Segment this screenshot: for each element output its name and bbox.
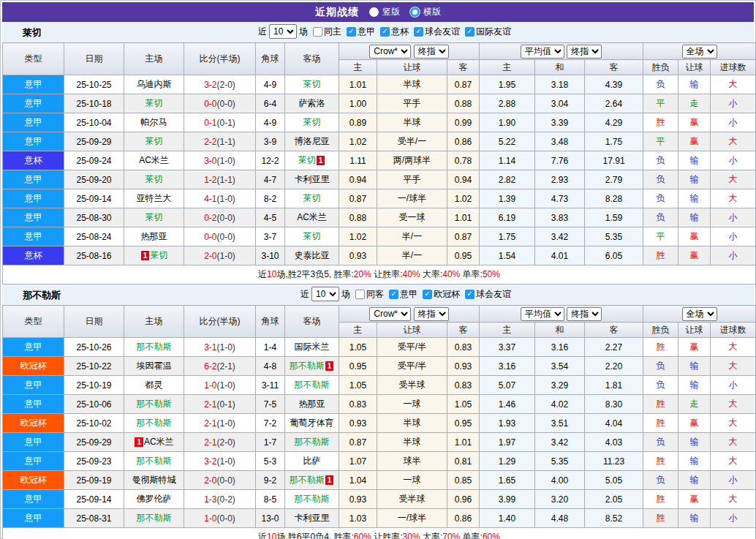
full-time-score: 2-1 <box>204 418 216 429</box>
checkbox-icon[interactable] <box>313 27 322 37</box>
competition-filter-欧冠杯[interactable]: ✓欧冠杯 <box>417 288 460 301</box>
odds-away-cell: 1.01 <box>447 433 480 452</box>
team-name: 莱切 <box>145 98 163 108</box>
team-title: 莱切 <box>23 26 42 39</box>
avg-away-cell: 4.04 <box>585 414 643 433</box>
odds-source-select[interactable]: Crow* <box>369 45 411 59</box>
team-name: AC米兰 <box>144 437 174 447</box>
avg-home-cell: 1.54 <box>480 246 535 265</box>
result-handicap-cell: 输 <box>678 357 711 376</box>
team-name: 莱切 <box>145 174 163 184</box>
result-handicap-cell: 赢 <box>678 227 711 246</box>
odds-home-cell: 1.02 <box>339 227 377 246</box>
score-cell: 6-2(2-1) <box>184 357 256 376</box>
away-team-cell: 博洛尼亚 <box>285 132 339 151</box>
competition-filters: ✓意甲✓欧冠杯✓球会友谊 <box>384 288 511 301</box>
summary-segment: 40% <box>403 269 420 279</box>
full-time-score: 1-3 <box>204 494 216 505</box>
competition-filter-球会友谊[interactable]: ✓球会友谊 <box>409 26 460 38</box>
half-time-score: (1-1) <box>217 175 235 185</box>
odds-home-cell: 0.87 <box>339 189 377 208</box>
results-table: 类型 日期 主场 比分(半场) 角球 客场 Crow* 终指 平均值 终指 <box>2 42 756 284</box>
competition-type-cell: 意甲 <box>3 113 64 132</box>
odds-handicap-cell: 平手 <box>377 170 447 189</box>
checkbox-icon[interactable]: ✓ <box>465 27 475 37</box>
home-team-cell: 莱切 <box>124 170 184 189</box>
radio-unselected-icon[interactable] <box>410 7 420 17</box>
result-wdl-cell: 负 <box>643 433 678 452</box>
competition-type-cell: 意甲 <box>3 189 64 208</box>
odds-time-select[interactable]: 终指 <box>414 307 449 321</box>
avg-away-cell: 1.59 <box>585 208 643 227</box>
checkbox-icon[interactable]: ✓ <box>465 290 475 299</box>
team-name: 莱切 <box>145 212 163 222</box>
avg-source-select[interactable]: 平均值 <box>521 45 564 59</box>
odds-handicap-cell: 球半 <box>377 452 447 471</box>
scope-select[interactable]: 全场 <box>682 307 717 321</box>
away-team-cell: 那不勒斯 <box>285 376 339 395</box>
filters: 近 10 场 同主 ✓意甲✓意杯✓球会友谊✓国际友谊 <box>258 24 511 39</box>
competition-filter-意甲[interactable]: ✓意甲 <box>384 288 417 301</box>
score-cell: 0-2(0-0) <box>184 208 256 227</box>
result-wdl-cell: 负 <box>643 208 678 227</box>
match-count-select[interactable]: 10 <box>269 24 297 39</box>
competition-type-cell: 意甲 <box>3 208 64 227</box>
avg-away-cell: 1.75 <box>585 132 643 151</box>
avg-away-cell: 2.64 <box>585 94 643 113</box>
corner-cell: 4-8 <box>256 357 285 376</box>
scope-group-header: 全场 <box>643 43 756 60</box>
col-score: 比分(半场) <box>184 306 256 338</box>
match-rows: 意甲25-10-26那不勒斯3-1(1-0)1-4国际米兰1.05受平/半0.8… <box>3 338 756 528</box>
avg-time-select[interactable]: 终指 <box>567 45 602 59</box>
avg-draw-cell: 4.02 <box>535 395 585 414</box>
match-row: 欧冠杯25-10-02那不勒斯2-1(1-0)7-2葡萄牙体育0.93半球0.9… <box>3 414 756 433</box>
match-row: 意甲25-10-06那不勒斯2-1(0-1)7-5热那亚0.83一球1.051.… <box>3 395 756 414</box>
competition-label: 意甲 <box>400 288 417 301</box>
avg-away-cell: 5.35 <box>585 227 643 246</box>
competition-filter-意杯[interactable]: ✓意杯 <box>375 26 409 38</box>
competition-filter-球会友谊[interactable]: ✓球会友谊 <box>460 288 511 301</box>
avg-home-cell: 1.14 <box>480 151 535 170</box>
score-cell: 0-0(0-0) <box>184 94 256 113</box>
team-name: 乌迪内斯 <box>137 79 172 89</box>
avg-source-select[interactable]: 平均值 <box>521 307 564 321</box>
avg-away-cell: 2.20 <box>585 357 643 376</box>
summary-text: 近10场,胜2平3负5, 胜率:20% 让胜率:40% 大率:40% 单率:50… <box>258 269 500 279</box>
full-time-score: 2-2 <box>204 137 216 147</box>
checkbox-icon[interactable]: ✓ <box>389 290 398 299</box>
team-name: 那不勒斯 <box>137 418 172 428</box>
home-team-cell: 1莱切 <box>124 246 184 265</box>
match-count-select[interactable]: 10 <box>311 287 339 301</box>
result-goals-cell: 小 <box>711 246 756 265</box>
same-venue-filter[interactable]: 同客 <box>350 288 384 301</box>
odds-time-select[interactable]: 终指 <box>414 45 449 59</box>
avg-time-select[interactable]: 终指 <box>567 307 602 321</box>
checkbox-icon[interactable] <box>355 290 365 299</box>
half-time-score: (1-0) <box>217 251 235 261</box>
checkbox-icon[interactable]: ✓ <box>380 27 390 37</box>
layout-radio-vertical[interactable]: 竖版 <box>369 6 400 18</box>
checkbox-icon[interactable]: ✓ <box>347 27 356 37</box>
result-handicap-cell: 输 <box>678 151 711 170</box>
summary-segment: 近 <box>258 269 267 279</box>
competition-type-cell: 意甲 <box>3 132 64 151</box>
radio-selected-icon[interactable] <box>369 7 379 17</box>
odds-home-cell: 1.00 <box>339 94 377 113</box>
avg-home-cell: 2.88 <box>480 94 535 113</box>
layout-radio-horizontal[interactable]: 横版 <box>410 6 441 18</box>
odds-away-cell: 1.01 <box>447 208 480 227</box>
odds-source-select[interactable]: Crow* <box>369 307 411 321</box>
scope-select[interactable]: 全场 <box>682 45 717 59</box>
avg-away-cell: 4.29 <box>585 113 643 132</box>
checkbox-icon[interactable]: ✓ <box>423 290 432 299</box>
competition-filter-意甲[interactable]: ✓意甲 <box>341 26 375 38</box>
competition-filter-国际友谊[interactable]: ✓国际友谊 <box>460 26 511 38</box>
odds-handicap-cell: 一/球半 <box>377 509 447 528</box>
col-avg-draw: 和 <box>535 60 585 75</box>
corner-cell: 4-7 <box>256 170 285 189</box>
result-handicap-cell: 输 <box>678 509 711 528</box>
same-venue-filter[interactable]: 同主 <box>308 26 341 38</box>
checkbox-icon[interactable]: ✓ <box>414 27 423 37</box>
summary-segment: 70% <box>442 532 460 539</box>
away-team-cell: 卡利亚里 <box>285 170 339 189</box>
